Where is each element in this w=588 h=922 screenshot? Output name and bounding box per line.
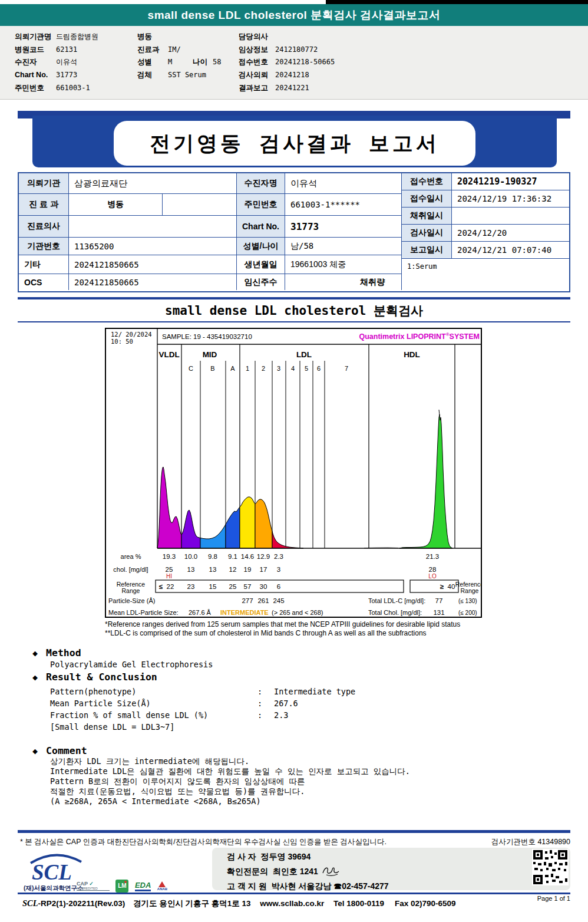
table-value: 31773 [285,216,402,238]
org-number: 검사기관번호 41349890 [491,837,570,847]
field-label: 결과보고 [239,82,275,95]
band-label: 7 [345,365,348,372]
midc-peak [181,510,200,548]
comment-line: (A ≥268A, 265A < Intermediate <268A, B≤2… [50,796,563,806]
result-heading: Result & Conclusion [46,671,157,683]
total-ldl-label: Total LDL-C [mg/dl]: [368,597,425,604]
table-label: 임신주수 [237,274,285,290]
table-value: 11365200 [69,238,237,255]
diamond-bullet-icon: ◆ [32,648,38,658]
field-label: 나이 [193,56,213,69]
serum-note-cell: 1:Serum [402,259,569,290]
field-label: 진료과 [137,44,168,57]
comment-line: 적절한 치료(운동요법, 식이요법 또는 약물요법 등)를 권유합니다. [50,786,563,796]
banner-title: 전기영동 검사결과 보고서 [114,121,475,166]
svg-text:25: 25 [166,566,173,573]
support-line: 고 객 지 원 박사현 서울강남 ☎02-457-4277 [227,879,474,894]
table-value: 채취량 [285,274,402,290]
total-ldl-value: 77 [435,597,443,604]
svg-text:40: 40 [448,583,455,590]
lo-flag: LO [428,573,437,579]
patient-header: 의뢰기관명드림종합병원 병원코드62131 수진자이유석 Chart No.31… [0,26,588,100]
svg-text:3: 3 [277,566,280,573]
field-label: 병원코드 [15,44,56,57]
row-label: Range [461,587,479,594]
table-label: 진 료 과 [19,194,69,216]
table-value: 이유석 [285,173,402,194]
table-value: 2024/12/19 17:36:32 [452,190,569,208]
phone: Tel 1800-0119 [333,899,384,908]
ldl3-peak [272,532,303,549]
band-label: C [189,365,193,372]
signature-icon [321,865,341,877]
cap-badge: CAP ✓ ACCREDITED [77,881,110,891]
table-label: 채취일시 [402,208,452,225]
section-divider-top [18,297,570,299]
field-value: 20241218-50665 [275,58,335,66]
patient-header-col1: 의뢰기관명드림종합병원 병원코드62131 수진자이유석 Chart No.31… [15,31,136,94]
band-group-label: VLDL [158,350,179,359]
band-label: 6 [317,365,321,372]
svg-text:17: 17 [260,566,267,573]
table-label: 성별/나이 [237,238,285,255]
result-row: Fraction % of small dense LDL (%):2.3 [50,709,551,721]
field-value: 2412180772 [275,45,318,54]
field-value: 58 [213,58,221,66]
row-label: Particle-Size (Å) [108,597,155,604]
table-value: 2024/12/21 07:07:40 [452,242,569,259]
band-label: 5 [305,365,308,372]
svg-text:261: 261 [257,597,269,604]
svg-text:19.3: 19.3 [163,553,176,560]
table-value: 남/58 [285,238,402,255]
row-label: Mean LDL-Particle Size: [108,609,179,616]
ldl2-peak [255,499,272,548]
comment-section: ◆Comment 상기환자 LDL 크기는 intermediate에 해당됩니… [32,745,563,806]
scan-edge-strip [326,0,588,4]
band-label: 2 [262,365,265,372]
footnote-line: **LDL-C is comprised of the sum of chole… [105,629,541,638]
svg-text:12.9: 12.9 [257,553,270,560]
table-label: 생년월일 [237,255,285,274]
comment-line: Pattern B로의 전환이 이루어지지 않도록 환자의 임상상태에 따른 [50,776,563,786]
chart-footnotes: *Reference ranges derived from 125 serum… [105,620,541,638]
bottom-info: SCL-RP2(1)-202211(Rev.03) 경기도 용인시 기흥구 흥덕… [22,898,455,909]
method-section: ◆Method Polyacrylamide Gel Electrophores… [32,647,551,733]
svg-text:30: 30 [260,583,267,590]
ref-range-values: ≤ 22 23 15 25 57 30 6 ≥ 40 [159,583,455,590]
footer-divider [18,830,570,833]
scl-logo-mark: SCL [24,854,88,883]
row-label: chol. [mg/dl] [113,566,148,573]
pattern-range: (> 265 and < 268) [272,609,323,616]
vldl-peak [157,467,181,548]
staff-block: 검 사 자 정두영 39694 확인전문의 최인호 1241 고 객 지 원 박… [227,849,474,894]
table-label: OCS [19,274,69,290]
field-label: 성별 [137,56,168,69]
field-value: SST Serum [168,71,206,79]
table-label: 보고일시 [402,242,452,259]
table-label: 접수번호 [402,173,452,190]
band-label: B [210,365,214,372]
patient-header-col3: 담당의사 임상정보2412180772 접수번호20241218-50665 검… [239,31,392,94]
field-label: 담당의사 [239,31,275,44]
row-label: area % [121,553,141,560]
comment-heading: Comment [46,745,87,756]
table-value-empty [163,194,237,216]
band-label: A [230,365,235,372]
doc-code: -RP2(1)-202211(Rev.03) [38,899,125,908]
svg-text:15: 15 [209,583,217,590]
field-label: 의뢰기관명 [15,31,56,44]
ldl1-peak [240,497,255,548]
field-value: 20241218 [275,71,309,79]
table-label: 의뢰기관 [19,173,69,194]
table-label: 진료의사 [19,216,69,238]
field-label: Chart No. [15,69,56,82]
svg-text:2.3: 2.3 [274,553,283,560]
verifier-line: 확인전문의 최인호 1241 [227,864,474,879]
field-value: 661003-1 [56,84,90,92]
field-label: 병동 [137,31,168,44]
peak-areas [157,414,452,548]
request-info-table: 의뢰기관 삼광의료재단 수진자명 이유석 진 료 과 병동 주민번호 66100… [18,172,570,292]
table-label: 기타 [19,255,69,274]
field-value: 이유석 [56,58,77,66]
band-group-label: MID [203,350,217,359]
